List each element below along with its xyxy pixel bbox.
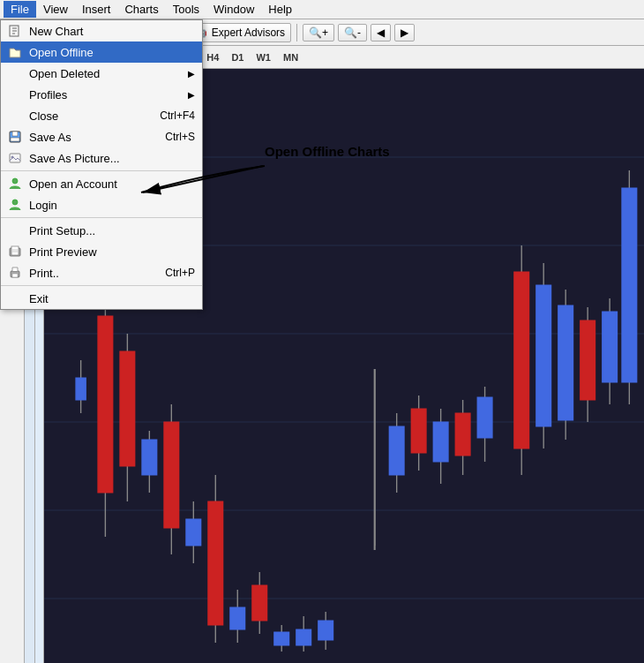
open-deleted-arrow: ▶: [188, 69, 195, 79]
svg-rect-49: [558, 305, 573, 420]
print-icon: [6, 265, 24, 281]
menu-label-open-offline: Open Offline: [29, 46, 195, 59]
svg-rect-10: [98, 316, 113, 493]
zoom-out-button[interactable]: 🔍-: [338, 24, 367, 41]
menu-item-profiles[interactable]: Profiles ▶: [1, 84, 202, 105]
scroll-right-button[interactable]: ▶: [394, 24, 415, 41]
svg-rect-18: [186, 519, 201, 546]
menu-label-print-setup: Print Setup...: [29, 224, 195, 237]
separator-3: [1, 285, 202, 286]
zoom-in-button[interactable]: 🔍+: [303, 24, 334, 41]
svg-rect-43: [477, 397, 492, 438]
menu-insert[interactable]: Insert: [75, 1, 118, 18]
svg-rect-63: [12, 132, 18, 136]
menu-item-print-preview[interactable]: Print Preview: [1, 241, 202, 262]
menu-label-save-as: Save As: [29, 131, 160, 144]
print-shortcut: Ctrl+P: [165, 267, 195, 279]
scroll-left-icon: ◀: [377, 26, 385, 39]
menu-label-save-as-picture: Save As Picture...: [29, 152, 195, 165]
menu-charts[interactable]: Charts: [117, 1, 165, 18]
save-picture-icon: [6, 150, 24, 166]
open-offline-icon: [6, 44, 24, 60]
svg-rect-55: [622, 188, 637, 382]
save-as-icon: [6, 129, 24, 145]
menu-item-login[interactable]: Login: [1, 194, 202, 215]
menu-item-open-offline[interactable]: Open Offline: [1, 41, 202, 63]
svg-rect-53: [603, 312, 618, 382]
svg-rect-8: [76, 378, 86, 400]
menubar: File View Insert Charts Tools Window Hel…: [0, 0, 644, 19]
new-chart-menu-icon: [6, 23, 24, 39]
svg-rect-41: [455, 413, 470, 456]
close-shortcut: Ctrl+F4: [160, 109, 195, 122]
svg-rect-16: [164, 422, 179, 528]
svg-rect-45: [514, 272, 529, 448]
print-preview-icon: [6, 244, 24, 260]
svg-rect-28: [296, 629, 311, 645]
svg-point-68: [12, 200, 18, 205]
menu-view[interactable]: View: [36, 1, 75, 18]
menu-item-save-as[interactable]: Save As Ctrl+S: [1, 126, 202, 147]
menu-label-login: Login: [29, 199, 195, 212]
login-icon: [6, 197, 24, 213]
svg-point-67: [12, 178, 18, 184]
menu-item-close[interactable]: Close Ctrl+F4: [1, 105, 202, 126]
svg-rect-47: [536, 285, 551, 426]
svg-rect-70: [11, 246, 19, 255]
scroll-left-button[interactable]: ◀: [371, 24, 391, 41]
menu-item-exit[interactable]: Exit: [1, 288, 202, 309]
menu-label-profiles: Profiles: [29, 88, 183, 102]
svg-rect-30: [318, 621, 333, 640]
svg-rect-20: [208, 501, 223, 625]
svg-rect-35: [389, 426, 404, 475]
menu-help[interactable]: Help: [261, 1, 299, 18]
svg-rect-12: [120, 351, 135, 466]
menu-file[interactable]: File: [4, 1, 36, 18]
expert-advisors-button[interactable]: 🤖 Expert Advisors: [188, 23, 291, 42]
scroll-right-icon: ▶: [401, 26, 408, 39]
file-dropdown-menu: New Chart Open Offline Open Deleted ▶ Pr…: [0, 19, 203, 310]
svg-rect-14: [142, 440, 157, 475]
tf-d1[interactable]: D1: [226, 50, 249, 64]
menu-item-save-as-picture[interactable]: Save As Picture...: [1, 147, 202, 169]
svg-rect-74: [12, 274, 18, 277]
menu-label-open-account: Open an Account: [29, 177, 195, 191]
close-file-icon: [6, 108, 24, 124]
menu-label-new-chart: New Chart: [29, 25, 195, 38]
menu-label-exit: Exit: [29, 292, 195, 305]
tf-h4[interactable]: H4: [201, 50, 224, 64]
svg-rect-65: [10, 154, 20, 162]
menu-tools[interactable]: Tools: [166, 1, 206, 18]
menu-label-print: Print..: [29, 267, 160, 280]
svg-rect-51: [580, 320, 595, 400]
profiles-icon: [6, 87, 24, 102]
separator-2: [1, 217, 202, 218]
svg-rect-22: [230, 607, 245, 629]
svg-rect-37: [411, 409, 426, 453]
menu-label-print-preview: Print Preview: [29, 245, 195, 259]
menu-item-open-account[interactable]: Open an Account: [1, 173, 202, 194]
menu-item-print[interactable]: Print.. Ctrl+P: [1, 262, 202, 283]
svg-rect-26: [274, 632, 289, 645]
toolbar-separator-3: [296, 24, 297, 41]
expert-advisors-label: Expert Advisors: [212, 26, 285, 39]
menu-label-open-deleted: Open Deleted: [29, 67, 183, 80]
profiles-arrow: ▶: [188, 90, 195, 100]
exit-icon: [6, 290, 24, 306]
save-as-shortcut: Ctrl+S: [165, 131, 195, 143]
print-setup-icon: [6, 222, 24, 238]
open-deleted-icon: [6, 65, 24, 81]
tf-mn[interactable]: MN: [278, 50, 303, 64]
menu-item-new-chart[interactable]: New Chart: [1, 20, 202, 41]
svg-rect-39: [433, 422, 448, 462]
tf-w1[interactable]: W1: [251, 50, 276, 64]
menu-item-print-setup[interactable]: Print Setup...: [1, 220, 202, 241]
zoom-in-icon: 🔍+: [309, 26, 328, 39]
menu-label-close: Close: [29, 109, 154, 123]
menu-item-open-deleted[interactable]: Open Deleted ▶: [1, 63, 202, 84]
zoom-out-icon: 🔍-: [344, 26, 361, 39]
menu-window[interactable]: Window: [206, 1, 261, 18]
separator-1: [1, 170, 202, 171]
open-account-icon: [6, 176, 24, 192]
svg-rect-64: [11, 138, 19, 141]
